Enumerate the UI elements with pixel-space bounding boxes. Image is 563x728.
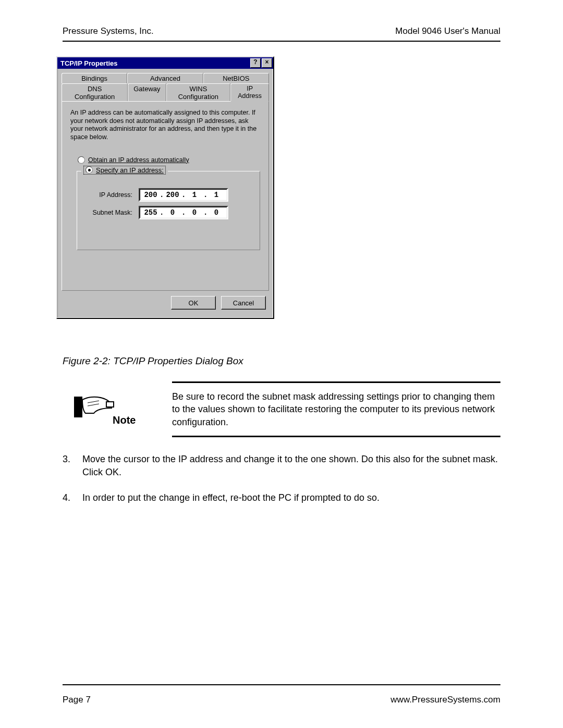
pointing-hand-icon <box>73 392 115 425</box>
ip-intro-text: An IP address can be automatically assig… <box>70 109 260 142</box>
radio-icon <box>78 156 85 164</box>
step-text: In order to put the change in effect, re… <box>82 491 500 504</box>
radio-specify-address-label: Specify an IP address: <box>96 166 164 174</box>
step-number: 3. <box>63 453 82 479</box>
subnet-mask-label: Subnet Mask: <box>84 209 132 216</box>
close-icon[interactable]: × <box>262 58 272 68</box>
dialog-titlebar: TCP/IP Properties ? × <box>57 57 273 69</box>
ip-address-panel: An IP address can be automatically assig… <box>62 101 269 291</box>
radio-icon <box>85 166 93 174</box>
tcpip-dialog-figure: TCP/IP Properties ? × Bindings Advanced … <box>56 56 274 319</box>
specify-address-group: Specify an IP address: IP Address: 200. … <box>77 167 260 250</box>
header-model: Model 9046 User's Manual <box>395 26 500 36</box>
page-footer: Page 7 www.PressureSystems.com <box>63 684 500 705</box>
header-company: Pressure Systems, Inc. <box>63 26 154 36</box>
tab-bindings[interactable]: Bindings <box>62 73 127 83</box>
tab-gateway[interactable]: Gateway <box>128 83 166 102</box>
step-3: 3. Move the cursor to the IP address and… <box>63 453 500 479</box>
page-header: Pressure Systems, Inc. Model 9046 User's… <box>63 26 500 42</box>
manual-page: Pressure Systems, Inc. Model 9046 User's… <box>0 0 563 728</box>
ip-address-label: IP Address: <box>84 191 132 199</box>
instruction-steps: 3. Move the cursor to the IP address and… <box>63 453 500 505</box>
step-4: 4. In order to put the change in effect,… <box>63 491 500 504</box>
footer-url: www.PressureSystems.com <box>390 695 500 705</box>
radio-obtain-auto-label: Obtain an IP address automatically <box>88 156 189 164</box>
radio-specify-address[interactable]: Specify an IP address: <box>83 166 166 175</box>
ip-address-input[interactable]: 200. 200. 1. 1 <box>139 188 228 202</box>
ok-button[interactable]: OK <box>171 296 216 310</box>
note-label: Note <box>113 413 136 427</box>
tab-advanced[interactable]: Advanced <box>127 73 203 83</box>
cancel-button[interactable]: Cancel <box>221 296 266 310</box>
radio-obtain-auto[interactable]: Obtain an IP address automatically <box>78 156 260 164</box>
note-text: Be sure to record the subnet mask addres… <box>172 391 495 427</box>
tab-dns-configuration[interactable]: DNS Configuration <box>62 83 128 102</box>
svg-rect-1 <box>106 402 114 407</box>
svg-rect-0 <box>74 397 82 417</box>
tcpip-properties-dialog: TCP/IP Properties ? × Bindings Advanced … <box>56 56 274 319</box>
figure-caption: Figure 2-2: TCP/IP Properties Dialog Box <box>63 355 500 367</box>
page-number: Page 7 <box>63 695 91 705</box>
tab-ip-address[interactable]: IP Address <box>230 83 269 102</box>
tab-strip: Bindings Advanced NetBIOS DNS Configurat… <box>62 73 269 102</box>
subnet-mask-input[interactable]: 255. 0. 0. 0 <box>139 206 228 219</box>
tab-netbios[interactable]: NetBIOS <box>203 73 269 83</box>
note-block: Note Be sure to record the subnet mask a… <box>172 381 500 437</box>
tab-wins-configuration[interactable]: WINS Configuration <box>166 83 231 102</box>
dialog-title: TCP/IP Properties <box>60 59 250 67</box>
step-number: 4. <box>63 491 82 504</box>
help-icon[interactable]: ? <box>250 58 261 68</box>
step-text: Move the cursor to the IP address and ch… <box>82 453 500 479</box>
